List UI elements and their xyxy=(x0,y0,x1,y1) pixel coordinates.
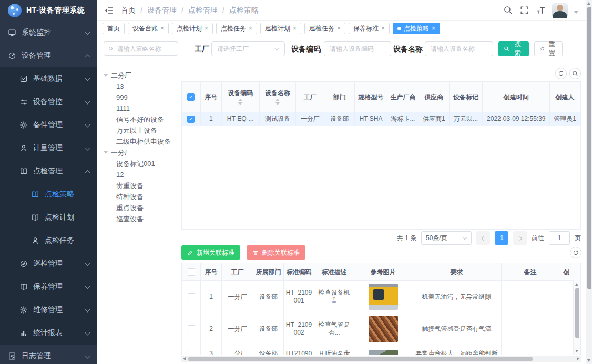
cell-requirement: 异常声音很大，远距离能判断 xyxy=(412,345,502,355)
table-row[interactable]: ✓ 1 HT-EQ-... 测试设备 一分厂 设备部 HT-SHA 游标卡...… xyxy=(182,112,580,126)
table-refresh-button[interactable] xyxy=(555,68,567,79)
select-all-checkbox[interactable] xyxy=(188,268,195,276)
scroll-left-icon[interactable] xyxy=(183,357,186,360)
tab-home[interactable]: 首页 xyxy=(103,23,125,34)
reset-button[interactable]: 重置 xyxy=(534,41,563,56)
row-checkbox[interactable] xyxy=(188,350,195,355)
close-icon[interactable]: × xyxy=(381,25,385,32)
fullscreen-icon[interactable] xyxy=(519,5,529,15)
scroll-up-icon[interactable] xyxy=(575,283,578,286)
add-standard-button[interactable]: 新增关联标准 xyxy=(181,245,240,260)
close-icon[interactable]: × xyxy=(293,25,297,32)
close-icon[interactable]: × xyxy=(249,25,252,32)
select-all-checkbox[interactable]: ✓ xyxy=(187,93,195,101)
sort-icons[interactable] xyxy=(238,99,242,105)
standards-refresh-button[interactable] xyxy=(570,247,581,258)
search-button[interactable]: 搜索 xyxy=(498,41,529,56)
tree-item[interactable]: 贵重设备 xyxy=(104,180,178,191)
close-icon[interactable]: × xyxy=(160,25,164,32)
scroll-up-icon[interactable] xyxy=(587,2,590,5)
tree-item[interactable]: 巡查设备 xyxy=(104,213,178,224)
breadcrumb-home[interactable]: 首页 xyxy=(121,6,136,15)
sidebar-item-spare-parts[interactable]: 备件管理 xyxy=(0,113,97,137)
page-size-select[interactable]: 50条/页 xyxy=(421,231,472,245)
tab-inspection-strategy[interactable]: 点检策略 × xyxy=(393,23,440,34)
font-size-icon[interactable] xyxy=(536,5,546,15)
sidebar-item-metering[interactable]: 计量管理 xyxy=(0,137,97,160)
device-code-input[interactable] xyxy=(324,41,391,56)
tree-item[interactable]: 设备标记001 xyxy=(104,158,178,169)
breadcrumb-device-management[interactable]: 设备管理 xyxy=(147,6,177,15)
tree-group-plant2[interactable]: 二分厂 xyxy=(104,70,178,81)
sidebar-item-inspection-plan[interactable]: 点检计划 xyxy=(0,206,97,229)
tree-item[interactable]: 1111 xyxy=(104,103,178,114)
sidebar-item-repair-management[interactable]: 维修管理 xyxy=(0,298,97,321)
strategy-search-input[interactable] xyxy=(117,45,173,53)
tab-device-ledger[interactable]: 设备台账 × xyxy=(128,23,169,34)
tree-item[interactable]: 13 xyxy=(104,81,178,92)
close-icon[interactable]: × xyxy=(432,25,435,32)
horizontal-scrollbar[interactable] xyxy=(181,356,581,362)
page-scrollbar[interactable] xyxy=(586,0,592,364)
tree-item[interactable]: 999 xyxy=(104,92,178,103)
sidebar-item-device-management[interactable]: 设备管理 xyxy=(0,44,97,67)
scrollbar-thumb[interactable] xyxy=(575,288,579,338)
table-row[interactable]: 1 一分厂 设备部 HT_2109001 检查设备机盖 机盖无油污，无异常缝隙 xyxy=(182,281,580,313)
close-icon[interactable]: × xyxy=(337,25,341,32)
sidebar-item-system-monitor[interactable]: 系统监控 xyxy=(0,21,97,44)
oil-pump-photo[interactable] xyxy=(369,350,398,355)
tab-patrol-task[interactable]: 巡检任务 × xyxy=(304,23,345,34)
sidebar-item-log-management[interactable]: 日志管理 xyxy=(0,345,97,364)
copper-pipes-photo[interactable] xyxy=(369,316,398,342)
user-avatar[interactable] xyxy=(552,3,568,18)
sidebar-item-inspection-management[interactable]: 点检管理 xyxy=(0,160,97,183)
tab-inspection-plan[interactable]: 点检计划 × xyxy=(172,23,213,34)
row-checkbox[interactable] xyxy=(188,325,195,332)
table-zoom-button[interactable] xyxy=(569,68,581,79)
delete-standard-button[interactable]: 删除关联标准 xyxy=(247,245,305,260)
sidebar-item-inspection-strategy[interactable]: 点检策略 xyxy=(0,183,97,206)
tab-maintenance-standard[interactable]: 保养标准 × xyxy=(349,23,390,34)
scroll-right-icon[interactable] xyxy=(577,357,579,360)
search-icon[interactable] xyxy=(503,5,513,15)
tree-group-plant1[interactable]: 一分厂 xyxy=(104,147,178,158)
caret-down-icon[interactable] xyxy=(574,11,578,14)
sidebar-item-statistics-reports[interactable]: 统计报表 xyxy=(0,321,97,345)
breadcrumb-inspection-management[interactable]: 点检管理 xyxy=(188,6,218,15)
tree-item[interactable]: 重点设备 xyxy=(104,202,178,213)
sidebar-item-inspection-task[interactable]: 点检任务 xyxy=(0,229,97,252)
table-row[interactable]: 2 一分厂 设备部 HT_2109002 检查气管是否... 触摸气管感受是否有… xyxy=(182,313,580,345)
tree-item[interactable]: 万元以上设备 xyxy=(104,125,178,136)
tab-inspection-task[interactable]: 点检任务 × xyxy=(216,23,257,34)
current-page-button[interactable]: 1 xyxy=(495,231,508,245)
device-name-input[interactable] xyxy=(425,41,493,56)
factory-select[interactable]: 请选择工厂 xyxy=(211,41,285,56)
next-page-button[interactable] xyxy=(513,231,527,245)
tree-item[interactable]: 二级电柜供电设备 xyxy=(104,136,178,147)
sort-icons[interactable] xyxy=(275,99,280,105)
column-header-sortable[interactable]: 设备名称 xyxy=(260,82,297,112)
tab-patrol-plan[interactable]: 巡检计划 × xyxy=(260,23,301,34)
scroll-down-icon[interactable] xyxy=(587,359,590,362)
sidebar-fold-icon[interactable] xyxy=(104,6,114,15)
column-header-sortable[interactable]: 设备编码 xyxy=(222,82,260,112)
sidebar-item-patrol-management[interactable]: 巡检管理 xyxy=(0,252,97,275)
prev-page-button[interactable] xyxy=(476,231,490,245)
sidebar-item-maintenance-management[interactable]: 保养管理 xyxy=(0,275,97,298)
sidebar-item-device-control[interactable]: 设备管控 xyxy=(0,90,97,113)
tree-item[interactable]: 信号不好的设备 xyxy=(104,114,178,125)
goto-page-input[interactable] xyxy=(549,231,570,245)
table-row[interactable]: 3 一分厂 设备部 HT21090 耳听油泵齿轮... 异常声音很大，远距离能判… xyxy=(182,345,580,355)
scrollbar-thumb[interactable] xyxy=(188,357,533,361)
sidebar-item-basic-data[interactable]: 基础数据 xyxy=(0,67,97,90)
yellow-machine-photo[interactable] xyxy=(369,284,398,310)
tree-item[interactable]: 12 xyxy=(104,169,178,180)
row-checkbox[interactable]: ✓ xyxy=(187,116,195,123)
tree-item-label: 12 xyxy=(116,171,124,179)
row-checkbox[interactable] xyxy=(188,293,195,300)
close-icon[interactable]: × xyxy=(205,25,208,32)
scroll-down-icon[interactable] xyxy=(575,350,578,352)
standards-table-scrollbar[interactable] xyxy=(573,281,580,355)
tree-item[interactable]: 特种设备 xyxy=(104,191,178,202)
scrollbar-thumb[interactable] xyxy=(587,7,591,289)
